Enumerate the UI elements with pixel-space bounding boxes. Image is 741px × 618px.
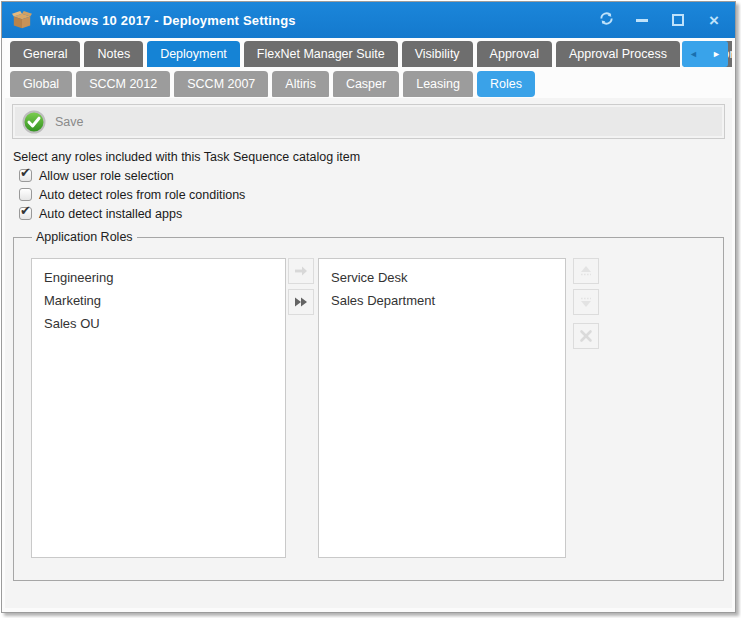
move-up-button[interactable] bbox=[573, 258, 599, 284]
minimize-button[interactable] bbox=[631, 9, 653, 31]
selected-roles-list[interactable]: Service DeskSales Department bbox=[318, 258, 566, 558]
selected-role-service-desk[interactable]: Service Desk bbox=[319, 266, 565, 289]
available-role-sales-ou[interactable]: Sales OU bbox=[32, 312, 285, 335]
instruction-text: Select any roles included with this Task… bbox=[13, 150, 732, 164]
delete-x-icon bbox=[578, 328, 594, 344]
tab-visibility[interactable]: Visibility bbox=[402, 41, 473, 67]
move-down-button[interactable] bbox=[573, 289, 599, 315]
tab-scroll-right-icon[interactable]: ► bbox=[712, 50, 721, 59]
save-button[interactable]: Save bbox=[22, 110, 84, 134]
delete-button[interactable] bbox=[573, 323, 599, 349]
sub-tab-row: GlobalSCCM 2012SCCM 2007AltirisCasperLea… bbox=[10, 71, 732, 98]
checkbox-label: Auto detect installed apps bbox=[39, 207, 182, 221]
close-button[interactable]: × bbox=[703, 9, 725, 31]
tabs-area: ◄ ► GeneralNotesDeploymentFlexNet Manage… bbox=[5, 38, 732, 98]
checkbox-row-auto-detect-installed-apps[interactable]: ✔ Auto detect installed apps bbox=[19, 204, 732, 223]
maximize-button[interactable] bbox=[667, 9, 689, 31]
double-arrow-right-icon bbox=[293, 294, 309, 310]
subtab-roles[interactable]: Roles bbox=[477, 71, 535, 97]
application-roles-groupbox: Application Roles EngineeringMarketingSa… bbox=[13, 230, 724, 581]
available-role-engineering[interactable]: Engineering bbox=[32, 266, 285, 289]
deployment-settings-window: Windows 10 2017 - Deployment Settings × bbox=[1, 1, 736, 613]
checkbox-list: ✔ Allow user role selection Auto detect … bbox=[19, 166, 732, 223]
subtab-altiris[interactable]: Altiris bbox=[272, 71, 329, 97]
checkbox-label: Allow user role selection bbox=[39, 169, 174, 183]
refresh-icon[interactable] bbox=[595, 9, 617, 31]
move-buttons bbox=[288, 258, 314, 558]
checkbox-label: Auto detect roles from role conditions bbox=[39, 188, 245, 202]
subtab-sccm-2012[interactable]: SCCM 2012 bbox=[76, 71, 170, 97]
arrow-right-icon bbox=[293, 263, 309, 279]
tab-notes[interactable]: Notes bbox=[84, 41, 143, 67]
arrow-up-icon bbox=[578, 263, 594, 279]
save-check-icon bbox=[22, 110, 46, 134]
checkbox-row-auto-detect-roles-from-role-conditions[interactable]: Auto detect roles from role conditions bbox=[19, 185, 732, 204]
toolbar: Save bbox=[12, 104, 725, 139]
selected-role-sales-department[interactable]: Sales Department bbox=[319, 289, 565, 312]
titlebar: Windows 10 2017 - Deployment Settings × bbox=[2, 2, 735, 38]
checkbox-icon[interactable]: ✔ bbox=[19, 169, 32, 182]
checkbox-icon[interactable] bbox=[19, 188, 32, 201]
move-right-button[interactable] bbox=[288, 258, 314, 284]
package-box-icon bbox=[12, 11, 32, 29]
subtab-global[interactable]: Global bbox=[10, 71, 72, 97]
subtab-leasing[interactable]: Leasing bbox=[403, 71, 473, 97]
tab-deployment[interactable]: Deployment bbox=[147, 41, 240, 67]
tab-approval[interactable]: Approval bbox=[477, 41, 552, 67]
tab-approval-process[interactable]: Approval Process bbox=[556, 41, 680, 67]
save-button-label: Save bbox=[55, 115, 84, 129]
arrow-down-icon bbox=[578, 294, 594, 310]
available-roles-list[interactable]: EngineeringMarketingSales OU bbox=[31, 258, 286, 558]
order-buttons bbox=[573, 258, 599, 558]
move-all-right-button[interactable] bbox=[288, 289, 314, 315]
tab-flexnet-manager-suite[interactable]: FlexNet Manager Suite bbox=[244, 41, 398, 67]
main-tab-row: ◄ ► GeneralNotesDeploymentFlexNet Manage… bbox=[10, 41, 732, 68]
available-role-marketing[interactable]: Marketing bbox=[32, 289, 285, 312]
tab-scroll-control: ◄ ► bbox=[682, 41, 728, 67]
subtab-casper[interactable]: Casper bbox=[333, 71, 399, 97]
groupbox-title: Application Roles bbox=[32, 230, 137, 244]
checkbox-icon[interactable]: ✔ bbox=[19, 207, 32, 220]
tab-scroll-left-icon[interactable]: ◄ bbox=[689, 50, 698, 59]
subtab-sccm-2007[interactable]: SCCM 2007 bbox=[174, 71, 268, 97]
tab-general[interactable]: General bbox=[10, 41, 80, 67]
client-area: ◄ ► GeneralNotesDeploymentFlexNet Manage… bbox=[5, 38, 732, 608]
checkbox-row-allow-user-role-selection[interactable]: ✔ Allow user role selection bbox=[19, 166, 732, 185]
window-title: Windows 10 2017 - Deployment Settings bbox=[40, 13, 595, 28]
